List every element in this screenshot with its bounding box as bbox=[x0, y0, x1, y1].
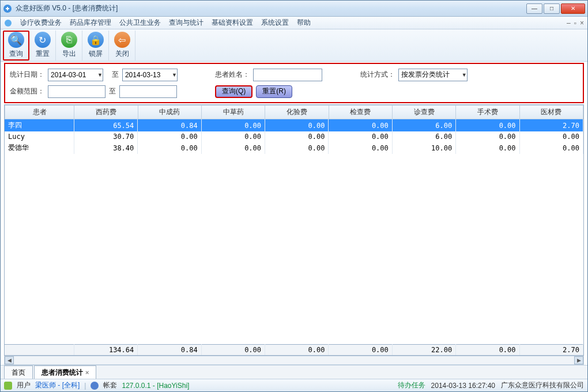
value-cell: 0.00 bbox=[201, 142, 265, 154]
totals-cell: 134.64 bbox=[74, 345, 137, 356]
window-title: 众意好医师 V5.0 - [患者消费统计] bbox=[16, 3, 526, 13]
method-dropdown-icon[interactable]: ▼ bbox=[462, 72, 467, 78]
toolbar-export-button[interactable]: ⎘ 导出 bbox=[56, 31, 82, 61]
date-to-label: 至 bbox=[112, 70, 119, 80]
value-cell: 0.00 bbox=[329, 142, 392, 154]
patient-name-label: 患者姓名： bbox=[215, 70, 250, 80]
export-icon: ⎘ bbox=[61, 32, 77, 48]
column-header[interactable]: 诊查费 bbox=[393, 105, 456, 119]
value-cell: 30.70 bbox=[74, 131, 137, 142]
status-company: 广东众意医疗科技有限公司 bbox=[501, 380, 584, 390]
table-row[interactable]: 爱德华38.400.000.000.000.0010.000.000.00 bbox=[5, 142, 583, 154]
toolbar-close-button[interactable]: ⇦ 关闭 bbox=[109, 31, 135, 61]
totals-cell: 0.00 bbox=[456, 345, 519, 356]
toolbar-query-label: 查询 bbox=[9, 49, 23, 59]
stat-method-label: 统计方式： bbox=[360, 70, 395, 80]
column-header[interactable]: 手术费 bbox=[456, 105, 519, 119]
value-cell: 0.00 bbox=[265, 142, 329, 154]
mdi-minimize-icon[interactable]: – bbox=[567, 19, 571, 27]
menu-inventory[interactable]: 药品库存管理 bbox=[70, 18, 111, 28]
toolbar-lock-button[interactable]: 🔒 锁屏 bbox=[82, 31, 109, 61]
filter-query-button[interactable]: 查询(Q) bbox=[215, 85, 252, 98]
user-icon bbox=[4, 382, 12, 390]
value-cell: 0.00 bbox=[519, 142, 583, 154]
totals-cell: 2.70 bbox=[519, 345, 583, 356]
amount-from-input[interactable] bbox=[48, 85, 105, 98]
date-to-input[interactable] bbox=[122, 69, 178, 81]
tab-close-icon[interactable]: × bbox=[85, 369, 89, 376]
menu-query-stats[interactable]: 查询与统计 bbox=[169, 18, 203, 28]
minimize-button[interactable]: — bbox=[526, 3, 542, 14]
column-header[interactable]: 中草药 bbox=[202, 105, 265, 119]
search-icon: 🔍 bbox=[8, 32, 24, 48]
amount-to-input[interactable] bbox=[119, 85, 177, 98]
lock-icon: 🔒 bbox=[88, 32, 104, 48]
app-icon bbox=[3, 4, 12, 13]
toolbar-close-label: 关闭 bbox=[115, 49, 129, 59]
date-label: 统计日期： bbox=[10, 70, 44, 80]
value-cell: 0.00 bbox=[329, 131, 392, 142]
table-row[interactable]: 李四65.540.840.000.000.006.000.002.70 bbox=[5, 119, 583, 131]
data-table: 患者西药费中成药中草药化验费检查费诊查费手术费医材费 李四65.540.840.… bbox=[4, 104, 584, 356]
value-cell: 0.00 bbox=[138, 142, 201, 154]
column-header[interactable]: 检查费 bbox=[329, 105, 392, 119]
menu-help[interactable]: 帮助 bbox=[297, 18, 311, 28]
toolbar-reset-label: 重置 bbox=[36, 49, 50, 59]
patient-name-cell: 爱德华 bbox=[5, 142, 74, 154]
status-acct-label: 帐套 bbox=[103, 380, 117, 390]
value-cell: 0.00 bbox=[519, 131, 583, 142]
totals-cell: 0.84 bbox=[138, 345, 201, 356]
toolbar-query-button[interactable]: 🔍 查询 bbox=[3, 31, 29, 61]
tab-home[interactable]: 首页 bbox=[4, 365, 33, 379]
horizontal-scrollbar[interactable]: ◀ ▶ bbox=[4, 356, 584, 365]
scroll-right-icon[interactable]: ▶ bbox=[574, 356, 583, 364]
patient-name-input[interactable] bbox=[253, 69, 322, 81]
date-from-input[interactable] bbox=[48, 69, 103, 81]
column-header[interactable]: 西药费 bbox=[74, 105, 138, 119]
value-cell: 0.00 bbox=[456, 119, 519, 131]
toolbar-export-label: 导出 bbox=[62, 49, 76, 59]
menu-icon bbox=[4, 19, 12, 27]
table-row[interactable]: Lucy30.700.000.000.000.006.000.000.00 bbox=[5, 131, 583, 142]
value-cell: 0.00 bbox=[201, 131, 265, 142]
menu-base-data[interactable]: 基础资料设置 bbox=[212, 18, 253, 28]
menu-public-health[interactable]: 公共卫生业务 bbox=[119, 18, 161, 28]
date-to-dropdown-icon[interactable]: ▼ bbox=[172, 72, 177, 78]
mdi-restore-icon[interactable]: ▫ bbox=[574, 19, 576, 27]
value-cell: 10.00 bbox=[392, 142, 455, 154]
filter-reset-button[interactable]: 重置(R) bbox=[256, 85, 292, 98]
toolbar: 🔍 查询 ↻ 重置 ⎘ 导出 🔒 锁屏 ⇦ 关闭 bbox=[1, 29, 587, 62]
menu-billing[interactable]: 诊疗收费业务 bbox=[20, 18, 62, 28]
column-header[interactable]: 患者 bbox=[5, 105, 74, 119]
totals-cell bbox=[5, 345, 74, 356]
toolbar-reset-button[interactable]: ↻ 重置 bbox=[29, 31, 56, 61]
value-cell: 38.40 bbox=[74, 142, 137, 154]
scroll-left-icon[interactable]: ◀ bbox=[5, 356, 14, 364]
column-header[interactable]: 中成药 bbox=[138, 105, 201, 119]
status-user-link[interactable]: 梁医师 - [全科] bbox=[35, 380, 80, 390]
column-header[interactable]: 医材费 bbox=[519, 105, 583, 119]
value-cell: 0.00 bbox=[265, 119, 329, 131]
amount-to-label: 至 bbox=[109, 86, 116, 96]
stat-method-select[interactable] bbox=[398, 69, 468, 81]
status-todo-link[interactable]: 待办任务 bbox=[398, 380, 425, 390]
totals-cell: 0.00 bbox=[329, 345, 392, 356]
value-cell: 65.54 bbox=[74, 119, 137, 131]
value-cell: 0.00 bbox=[329, 119, 392, 131]
status-user-label: 用户 bbox=[17, 380, 31, 390]
column-header[interactable]: 化验费 bbox=[265, 105, 329, 119]
document-tabs: 首页 患者消费统计× bbox=[1, 365, 587, 379]
tab-current[interactable]: 患者消费统计× bbox=[34, 365, 96, 379]
maximize-button[interactable]: □ bbox=[544, 3, 560, 14]
status-acct-value: 127.0.0.1 - [HaoYiShi] bbox=[122, 382, 189, 390]
mdi-close-icon[interactable]: × bbox=[580, 19, 584, 27]
date-from-dropdown-icon[interactable]: ▼ bbox=[97, 72, 103, 78]
value-cell: 6.00 bbox=[392, 131, 455, 142]
close-button[interactable]: ✕ bbox=[561, 3, 585, 14]
menu-system[interactable]: 系统设置 bbox=[261, 18, 289, 28]
totals-cell: 0.00 bbox=[265, 345, 329, 356]
patient-name-cell: Lucy bbox=[5, 131, 74, 142]
value-cell: 0.00 bbox=[201, 119, 265, 131]
value-cell: 6.00 bbox=[392, 119, 455, 131]
filter-panel: 统计日期： ▼ 至 ▼ 患者姓名： 统计方式： ▼ 金额范围： 至 查询(Q) … bbox=[4, 63, 584, 103]
